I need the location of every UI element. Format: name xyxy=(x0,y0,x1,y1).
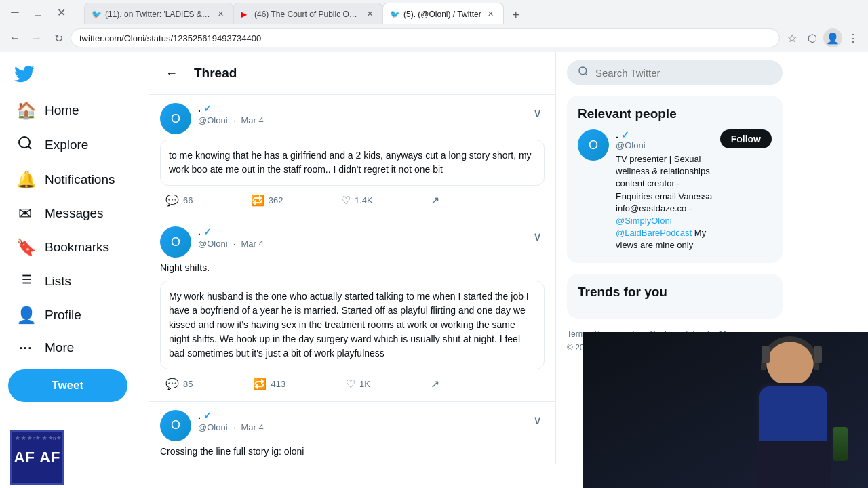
address-input[interactable] xyxy=(71,28,780,47)
minimize-button[interactable]: ─ xyxy=(5,3,24,22)
tweet-1-more-button[interactable]: ∨ xyxy=(530,103,545,123)
tweet-2-actions: 💬 85 🔁 413 ♡ 1K ↗ xyxy=(160,375,445,393)
search-input[interactable] xyxy=(595,67,772,79)
bio-link-2[interactable]: @LaidBarePodcast xyxy=(616,228,692,238)
relevant-people-section: Relevant people O . ✓ @Oloni TV presente… xyxy=(567,96,783,263)
relevant-person: O . ✓ @Oloni TV presenter | Sexual welln… xyxy=(578,129,772,252)
bookmarks-icon: 🔖 xyxy=(16,238,34,257)
browser-chrome: ─ □ ✕ 🐦 (11). on Twitter: 'LADIES &amp..… xyxy=(0,0,868,52)
af-logo-badge: AF AF xyxy=(10,430,64,485)
tab-1-title: (11). on Twitter: 'LADIES &amp... xyxy=(105,9,211,19)
svg-line-1 xyxy=(28,146,31,149)
relevant-person-bio: TV presenter | Sexual wellness & relatio… xyxy=(616,153,713,252)
sidebar-item-messages[interactable]: ✉ Messages xyxy=(8,197,140,230)
thread-title: Thread xyxy=(194,66,237,81)
video-overlay xyxy=(583,332,868,488)
lists-icon xyxy=(16,272,34,291)
bookmark-page-button[interactable]: ☆ xyxy=(783,28,802,47)
shirt-detail xyxy=(760,386,827,441)
relevant-person-handle: @Oloni xyxy=(616,140,713,150)
tweet-1-replies: 66 xyxy=(183,195,193,205)
tweet-2-caption: Night shifts. xyxy=(160,262,545,275)
account-button[interactable]: 👤 xyxy=(823,28,842,47)
tweet-1-avatar[interactable]: O xyxy=(160,103,191,134)
tab-3-title: (5). (@Oloni) / Twitter xyxy=(403,9,481,19)
menu-button[interactable]: ⋮ xyxy=(844,28,863,47)
sidebar-item-bookmarks[interactable]: 🔖 Bookmarks xyxy=(8,231,140,264)
sidebar-item-lists[interactable]: Lists xyxy=(8,265,140,298)
tweet-3-author-info: . ✓ @Oloni · Mar 4 xyxy=(198,410,264,432)
tab-1-favicon: 🐦 xyxy=(92,9,101,19)
tweet-1-like-button[interactable]: ♡ 1.4K xyxy=(336,191,378,209)
relevant-person-info: . ✓ @Oloni TV presenter | Sexual wellnes… xyxy=(616,129,713,252)
reply-icon: 💬 xyxy=(165,194,179,207)
tweet-1-reply-button[interactable]: 💬 66 xyxy=(160,191,198,209)
follow-button[interactable]: Follow xyxy=(720,129,772,148)
share-icon-2: ↗ xyxy=(431,378,439,390)
tweet-1-handle: @Oloni · Mar 4 xyxy=(198,114,264,125)
sidebar-item-home[interactable]: 🏠 Home xyxy=(8,94,140,127)
reload-button[interactable]: ↻ xyxy=(49,28,68,47)
tweet-2-likes: 1K xyxy=(359,379,370,389)
close-button[interactable]: ✕ xyxy=(52,3,71,22)
tweet-1-top: O . ✓ @Oloni · Mar 4 ∨ xyxy=(160,103,545,134)
sidebar-item-more[interactable]: ⋯ More xyxy=(8,333,140,363)
back-button[interactable]: ← xyxy=(5,28,24,47)
tweet-3-author: O . ✓ @Oloni · Mar 4 xyxy=(160,410,264,441)
tweet-3-avatar[interactable]: O xyxy=(160,410,191,441)
tweet-2-share-button[interactable]: ↗ xyxy=(425,375,445,393)
explore-icon xyxy=(16,135,34,155)
tweet-1-retweet-button[interactable]: 🔁 362 xyxy=(245,191,289,209)
relevant-people-title: Relevant people xyxy=(578,106,772,121)
forward-button[interactable]: → xyxy=(27,28,46,47)
tab-2-title: (46) The Court of Public Opinio... xyxy=(254,9,360,19)
tweet-2-verified-icon: ✓ xyxy=(203,226,212,237)
tweet-3-top: O . ✓ @Oloni · Mar 4 ∨ xyxy=(160,410,545,441)
restore-button[interactable]: □ xyxy=(28,3,47,22)
tweet-1-share-button[interactable]: ↗ xyxy=(425,191,445,209)
search-bar[interactable] xyxy=(567,60,783,85)
address-bar-row: ← → ↻ ☆ ⬡ 👤 ⋮ xyxy=(0,24,868,52)
tweet-3: O . ✓ @Oloni · Mar 4 ∨ xyxy=(149,402,555,464)
reply-icon-2: 💬 xyxy=(165,378,179,390)
tweet-3-handle: @Oloni · Mar 4 xyxy=(198,421,264,432)
relevant-person-name: . ✓ xyxy=(616,129,713,140)
twitter-logo[interactable] xyxy=(8,58,41,90)
more-label: More xyxy=(45,340,74,355)
tweet-2-reply-button[interactable]: 💬 85 xyxy=(160,375,198,393)
relevant-person-avatar[interactable]: O xyxy=(578,129,609,161)
back-to-timeline-button[interactable]: ← xyxy=(160,62,183,85)
tweet-2-like-button[interactable]: ♡ 1K xyxy=(340,375,376,393)
sidebar-item-explore[interactable]: Explore xyxy=(8,128,140,162)
tweet-3-author-name: . ✓ xyxy=(198,410,264,421)
tab-2-close[interactable]: ✕ xyxy=(364,9,375,20)
tweet-2-handle: @Oloni · Mar 4 xyxy=(198,237,264,249)
tweet-1-quoted-text: to me knowing that he has a girlfriend a… xyxy=(169,148,536,177)
tweet-2: O . ✓ @Oloni · Mar 4 ∨ xyxy=(149,218,555,402)
sidebar-item-profile[interactable]: 👤 Profile xyxy=(8,299,140,331)
svg-line-9 xyxy=(585,73,587,75)
tab-3-close[interactable]: ✕ xyxy=(486,9,496,20)
tweet-button[interactable]: Tweet xyxy=(8,369,127,402)
home-label: Home xyxy=(45,103,79,118)
tab-1[interactable]: 🐦 (11). on Twitter: 'LADIES &amp... ✕ xyxy=(84,3,233,24)
tweet-3-more-button[interactable]: ∨ xyxy=(530,410,545,430)
tweet-2-avatar[interactable]: O xyxy=(160,226,191,258)
tab-2[interactable]: ▶ (46) The Court of Public Opinio... ✕ xyxy=(233,3,382,24)
tweet-2-retweet-button[interactable]: 🔁 413 xyxy=(248,375,291,393)
bio-link-1[interactable]: @SimplyOloni xyxy=(616,216,672,226)
search-icon xyxy=(578,66,589,79)
thread-header: ← Thread xyxy=(149,52,555,95)
retweet-icon: 🔁 xyxy=(251,194,264,207)
tweet-2-replies: 85 xyxy=(183,379,193,389)
can-shape xyxy=(833,427,848,461)
tab-1-close[interactable]: ✕ xyxy=(215,9,226,20)
bookmarks-label: Bookmarks xyxy=(45,240,109,255)
new-tab-button[interactable]: + xyxy=(507,5,526,24)
sidebar-item-notifications[interactable]: 🔔 Notifications xyxy=(8,163,140,196)
tab-3[interactable]: 🐦 (5). (@Oloni) / Twitter ✕ xyxy=(382,3,504,24)
tweet-2-more-button[interactable]: ∨ xyxy=(530,226,545,247)
browser-actions: ☆ ⬡ 👤 ⋮ xyxy=(783,28,863,47)
extensions-button[interactable]: ⬡ xyxy=(803,28,822,47)
af-corner-logo: AF AF xyxy=(0,427,75,488)
